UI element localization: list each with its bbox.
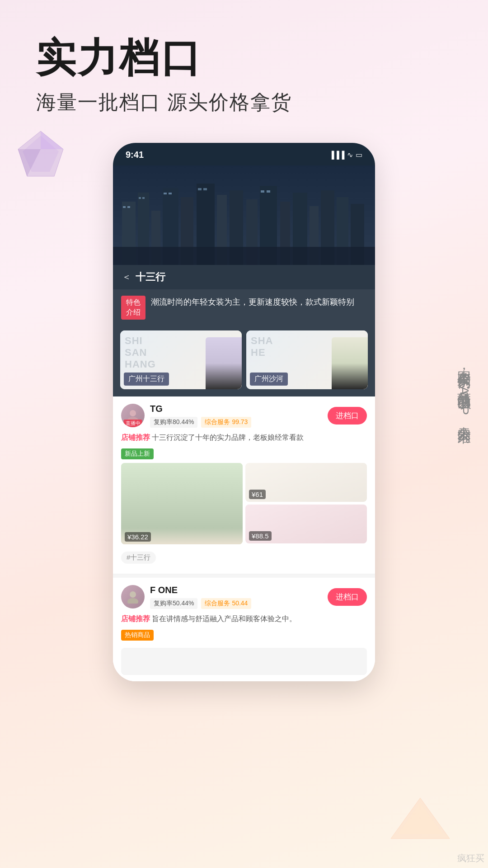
product-grid-tg: ¥36.22 ¥61 bbox=[121, 463, 367, 544]
product-item-main[interactable]: ¥36.22 bbox=[121, 463, 243, 544]
store-hero-image bbox=[113, 165, 375, 265]
svg-marker-38 bbox=[398, 802, 443, 834]
product-item-sub1[interactable]: ¥61 bbox=[245, 463, 367, 502]
card-watermark-1: SHISANHANG bbox=[125, 335, 156, 371]
svg-rect-24 bbox=[139, 197, 141, 199]
phone-mockup: 9:41 ▐▐▐ ∿ ▭ bbox=[113, 143, 375, 681]
svg-rect-31 bbox=[267, 190, 270, 193]
status-bar: 9:41 ▐▐▐ ∿ ▭ bbox=[113, 143, 375, 165]
nav-title: 十三行 bbox=[136, 270, 165, 284]
hero-title: 实力档口 bbox=[36, 36, 461, 80]
store-recommend-fone: 店铺推荐 旨在讲情感与舒适融入产品和顾客体验之中。 bbox=[121, 613, 367, 624]
store-recommend-tg: 店铺推荐 十三行沉淀了十年的实力品牌，老板娘经常看款 bbox=[121, 432, 367, 443]
market-label-1: 广州十三行 bbox=[124, 373, 169, 386]
svg-rect-23 bbox=[127, 206, 130, 208]
svg-rect-29 bbox=[203, 188, 207, 190]
side-note: 本图片仅为示例，商品或活动以APP内公示为准 bbox=[454, 360, 474, 420]
market-label-2: 广州沙河 bbox=[250, 373, 288, 386]
store-avatar-tg: 直播中 bbox=[121, 404, 145, 427]
model-figure-1 bbox=[206, 337, 242, 389]
status-time: 9:41 bbox=[126, 150, 144, 160]
market-card-shahe[interactable]: SHAHE 广州沙河 bbox=[246, 330, 368, 389]
hero-section: 实力档口 海量一批档口 源头价格拿货 bbox=[0, 0, 488, 134]
store-info-fone: F ONE 复购率50.44% 综合服务 50.44 bbox=[150, 585, 328, 609]
site-watermark: 疯狂买 bbox=[457, 852, 484, 864]
live-badge: 直播中 bbox=[124, 420, 142, 427]
store-list: 直播中 TG 复购率80.44% 综合服务 99.73 bbox=[113, 396, 375, 681]
battery-icon: ▭ bbox=[356, 151, 362, 159]
store-stats-tg: 复购率80.44% 综合服务 99.73 bbox=[150, 417, 328, 428]
store-header-fone: F ONE 复购率50.44% 综合服务 50.44 进档口 bbox=[121, 585, 367, 609]
hashtag-tg[interactable]: #十三行 bbox=[121, 552, 156, 564]
svg-rect-26 bbox=[164, 193, 167, 194]
svg-rect-27 bbox=[169, 193, 172, 194]
product-item-sub2[interactable]: ¥88.5 bbox=[245, 505, 367, 543]
hot-tag: 热销商品 bbox=[121, 630, 154, 641]
store-card-tg: 直播中 TG 复购率80.44% 综合服务 99.73 bbox=[113, 396, 375, 574]
svg-rect-22 bbox=[123, 206, 126, 208]
product-right-col: ¥61 ¥88.5 bbox=[245, 463, 367, 544]
svg-rect-28 bbox=[198, 188, 202, 190]
store2-products-placeholder bbox=[121, 648, 367, 675]
enter-store-btn-tg[interactable]: 进档口 bbox=[328, 407, 367, 425]
feature-tag: 特色 介绍 bbox=[121, 296, 145, 320]
feature-banner: 特色 介绍 潮流时尚的年轻女装为主，更新速度较快，款式新颖特别 bbox=[113, 289, 375, 326]
store-card-fone: F ONE 复购率50.44% 综合服务 50.44 进档口 bbox=[113, 574, 375, 681]
hashtag-area: #十三行 bbox=[121, 550, 367, 567]
model-figure-2 bbox=[332, 337, 368, 389]
svg-point-33 bbox=[130, 410, 136, 416]
product-price-sub1: ¥61 bbox=[249, 490, 266, 499]
store-header-tg: 直播中 TG 复购率80.44% 综合服务 99.73 bbox=[121, 404, 367, 428]
nav-bar: ＜ 十三行 bbox=[113, 265, 375, 289]
store-info-tg: TG 复购率80.44% 综合服务 99.73 bbox=[150, 404, 328, 428]
repurchase-rate-tg: 复购率80.44% bbox=[150, 417, 197, 428]
wifi-icon: ∿ bbox=[347, 151, 353, 159]
product-price-main: ¥36.22 bbox=[125, 532, 151, 542]
enter-store-btn-fone[interactable]: 进档口 bbox=[328, 588, 367, 606]
store-name-fone: F ONE bbox=[150, 585, 328, 595]
svg-point-36 bbox=[127, 598, 138, 604]
store-avatar-fone bbox=[121, 585, 145, 609]
back-button[interactable]: ＜ bbox=[122, 271, 131, 283]
market-card-shisanhang[interactable]: SHISANHANG 广州十三行 bbox=[120, 330, 242, 389]
svg-point-35 bbox=[130, 591, 136, 598]
svg-rect-25 bbox=[142, 197, 145, 199]
svg-rect-32 bbox=[113, 247, 375, 265]
service-score-fone: 综合服务 50.44 bbox=[201, 598, 251, 609]
bottom-decoration bbox=[389, 796, 452, 841]
phone-wrapper: 9:41 ▐▐▐ ∿ ▭ bbox=[113, 143, 375, 681]
feature-description: 潮流时尚的年轻女装为主，更新速度较快，款式新颖特别 bbox=[151, 296, 354, 309]
repurchase-rate-fone: 复购率50.44% bbox=[150, 598, 197, 609]
store-stats-fone: 复购率50.44% 综合服务 50.44 bbox=[150, 598, 328, 609]
product-price-sub2: ¥88.5 bbox=[249, 531, 272, 541]
phone-section: 本图片仅为示例，商品或活动以APP内公示为准 9:41 ▐▐▐ ∿ ▭ bbox=[0, 134, 488, 681]
status-icons: ▐▐▐ ∿ ▭ bbox=[329, 151, 362, 159]
card-watermark-2: SHAHE bbox=[251, 335, 273, 359]
new-tag: 新品上新 bbox=[121, 448, 154, 459]
service-score-tg: 综合服务 99.73 bbox=[201, 417, 251, 428]
market-cards: SHISANHANG 广州十三行 SHAHE 广州沙河 bbox=[113, 326, 375, 396]
store-name-tg: TG bbox=[150, 404, 328, 414]
svg-rect-30 bbox=[261, 190, 264, 193]
hero-subtitle: 海量一批档口 源头价格拿货 bbox=[36, 89, 461, 116]
signal-icon: ▐▐▐ bbox=[329, 151, 344, 159]
